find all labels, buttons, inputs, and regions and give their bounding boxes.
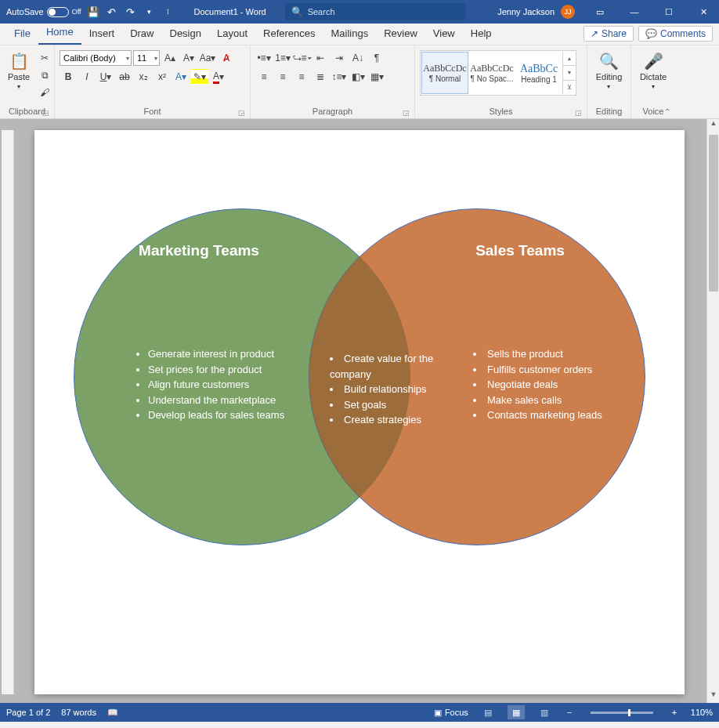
status-page[interactable]: Page 1 of 2 [6,708,50,717]
zoom-out-icon[interactable]: − [564,708,575,717]
change-case-icon[interactable]: Aa▾ [199,50,216,66]
copy-icon[interactable]: ⧉ [36,67,53,83]
user-avatar[interactable]: JJ [561,5,575,19]
venn-left-title: Marketing Teams [34,242,367,259]
style-gallery[interactable]: AaBbCcDc ¶ Normal AaBbCcDc ¶ No Spac... … [420,50,576,96]
vertical-ruler [2,130,14,694]
numbering-icon[interactable]: 1≡▾ [274,50,291,66]
bold-icon[interactable]: B [60,69,77,85]
launcher-icon[interactable]: ◲ [575,109,582,117]
text-effects-icon[interactable]: A▾ [172,69,190,85]
sort-icon[interactable]: A↓ [349,50,367,66]
share-button[interactable]: ↗Share [584,26,634,42]
font-name-select[interactable]: Calibri (Body) [60,50,132,66]
underline-icon[interactable]: U▾ [97,69,114,85]
font-color-icon[interactable]: A▾ [210,69,227,85]
page[interactable]: Marketing Teams Sales Teams Generate int… [34,130,685,694]
autosave-toggle[interactable]: AutoSave Off [6,7,81,17]
web-layout-icon[interactable]: ▥ [536,705,553,719]
scroll-up-icon[interactable]: ▲ [707,119,719,132]
launcher-icon[interactable]: ◲ [403,109,410,117]
paste-button[interactable]: 📋 Paste ▾ [5,50,33,92]
shading-icon[interactable]: ◧▾ [349,69,367,85]
decrease-indent-icon[interactable]: ⇤ [312,50,329,66]
launcher-icon[interactable]: ◲ [42,109,49,117]
superscript-icon[interactable]: x² [154,69,171,85]
read-mode-icon[interactable]: ▤ [479,705,497,719]
grow-font-icon[interactable]: A▴ [161,50,179,66]
editing-button[interactable]: 🔍 Editing ▾ [593,50,626,92]
justify-icon[interactable]: ≣ [312,69,329,85]
align-left-icon[interactable]: ≡ [255,69,273,85]
align-right-icon[interactable]: ≡ [293,69,310,85]
list-item: Align future customers [148,377,328,393]
comments-icon: 💬 [645,28,657,39]
redo-icon[interactable]: ↷ [124,3,138,20]
tab-file[interactable]: File [6,24,38,45]
mic-icon: 🎤 [644,52,663,71]
style-normal[interactable]: AaBbCcDc ¶ Normal [421,52,468,94]
clear-format-icon[interactable]: A̷ [218,50,235,66]
show-marks-icon[interactable]: ¶ [368,50,385,66]
line-spacing-icon[interactable]: ↕≡▾ [331,69,348,85]
search-box[interactable]: 🔍 Search [285,3,465,20]
borders-icon[interactable]: ▦▾ [368,69,385,85]
spellcheck-icon[interactable]: 📖 [107,708,118,718]
font-size-select[interactable]: 11 [133,50,160,66]
tab-draw[interactable]: Draw [122,24,161,45]
italic-icon[interactable]: I [78,69,96,85]
tab-review[interactable]: Review [376,24,425,45]
list-item: Set goals [330,397,447,413]
print-layout-icon[interactable]: ▦ [508,705,525,719]
style-nospacing[interactable]: AaBbCcDc ¶ No Spac... [468,52,515,94]
minimize-icon[interactable]: — [619,0,650,24]
cut-icon[interactable]: ✂ [36,50,53,66]
maximize-icon[interactable]: ☐ [653,0,685,24]
tab-design[interactable]: Design [162,24,209,45]
search-icon: 🔍 [291,6,303,17]
scroll-down-icon[interactable]: ▼ [707,690,719,703]
status-bar: Page 1 of 2 87 words 📖 ▣Focus ▤ ▦ ▥ − + … [0,703,719,722]
chevron-down-icon: ▾ [607,83,610,90]
launcher-icon[interactable]: ◲ [238,109,245,117]
save-icon[interactable]: 💾 [86,3,100,20]
collapse-ribbon-icon[interactable]: ⌃ [664,107,670,116]
bullets-icon[interactable]: •≡▾ [255,50,273,66]
qat-more-icon[interactable]: ▾ [143,3,157,20]
list-item: Create value for the company [330,351,447,382]
style-gallery-scroll[interactable]: ▴▾⊻ [562,52,575,94]
dictate-button[interactable]: 🎤 Dictate ▾ [637,50,670,92]
focus-mode-button[interactable]: ▣Focus [434,708,468,718]
tab-help[interactable]: Help [463,24,500,45]
zoom-slider[interactable] [591,712,653,714]
list-item: Make sales calls [473,393,653,408]
format-painter-icon[interactable]: 🖌 [36,85,53,100]
tab-layout[interactable]: Layout [209,24,255,45]
style-heading1[interactable]: AaBbCc Heading 1 [515,52,562,94]
group-paragraph: •≡▾ 1≡▾ ⮑≡▾ ⇤ ⇥ A↓ ¶ ≡ ≡ ≡ ≣ ↕≡▾ ◧▾ ▦▾ P… [251,45,415,118]
highlight-icon[interactable]: ✎▾ [191,69,208,85]
shrink-font-icon[interactable]: A▾ [180,50,197,66]
close-icon[interactable]: ✕ [688,0,719,24]
undo-icon[interactable]: ↶ [105,3,119,20]
subscript-icon[interactable]: x₂ [135,69,152,85]
align-center-icon[interactable]: ≡ [274,69,291,85]
increase-indent-icon[interactable]: ⇥ [331,50,348,66]
scroll-thumb[interactable] [709,135,718,292]
zoom-in-icon[interactable]: + [669,708,680,717]
comments-button[interactable]: 💬Comments [638,26,713,42]
user-name[interactable]: Jenny Jackson [497,7,555,16]
vertical-scrollbar[interactable]: ▲ ▼ [706,119,719,703]
group-clipboard: 📋 Paste ▾ ✂ ⧉ 🖌 Clipboard◲ [0,45,55,118]
tab-insert[interactable]: Insert [81,24,123,45]
ribbon-display-icon[interactable]: ▭ [584,0,616,24]
tab-mailings[interactable]: Mailings [323,24,377,45]
status-words[interactable]: 87 words [61,708,96,717]
tab-references[interactable]: References [255,24,323,45]
zoom-level[interactable]: 110% [691,708,713,717]
strike-icon[interactable]: ab [116,69,133,85]
qat-customize-icon[interactable]: ⁞ [161,3,175,20]
multilevel-icon[interactable]: ⮑≡▾ [293,50,310,66]
tab-home[interactable]: Home [38,22,81,45]
tab-view[interactable]: View [425,24,463,45]
